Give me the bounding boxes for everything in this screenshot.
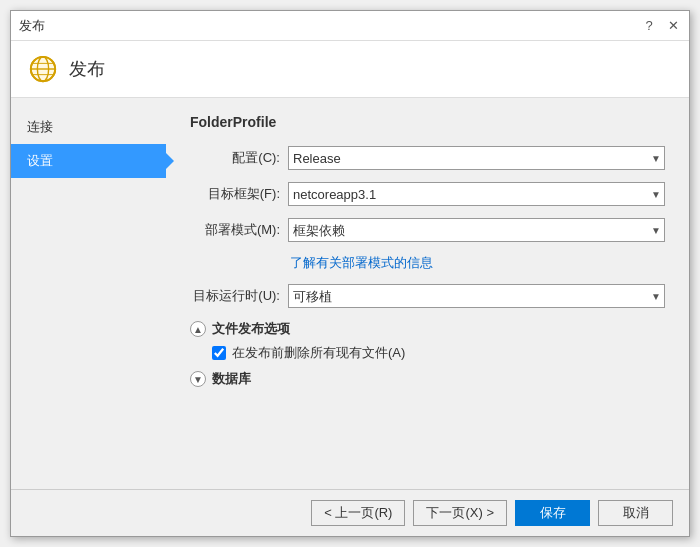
sidebar: 连接 设置 (11, 98, 166, 489)
database-header[interactable]: ▼ 数据库 (190, 370, 665, 388)
file-publish-section: ▲ 文件发布选项 在发布前删除所有现有文件(A) (190, 320, 665, 362)
header-title: 发布 (69, 57, 105, 81)
config-select[interactable]: ReleaseDebug (288, 146, 665, 170)
deploy-select[interactable]: 框架依赖独立 (288, 218, 665, 242)
framework-select[interactable]: netcoreapp3.1netcoreapp2.1 (288, 182, 665, 206)
database-collapse-icon: ▼ (190, 371, 206, 387)
section-title: FolderProfile (190, 114, 665, 130)
globe-icon (27, 53, 59, 85)
window-title: 发布 (19, 17, 45, 35)
runtime-select[interactable]: 可移植linux-x64win-x64 (288, 284, 665, 308)
header-section: 发布 (11, 41, 689, 98)
delete-files-label: 在发布前删除所有现有文件(A) (232, 344, 405, 362)
deploy-label: 部署模式(M): (190, 221, 280, 239)
deploy-row: 部署模式(M): 框架依赖独立 (190, 218, 665, 242)
title-bar-controls: ? ✕ (641, 18, 681, 34)
runtime-row: 目标运行时(U): 可移植linux-x64win-x64 (190, 284, 665, 308)
next-button[interactable]: 下一页(X) > (413, 500, 507, 526)
sidebar-settings-label: 设置 (27, 153, 53, 168)
runtime-select-wrapper: 可移植linux-x64win-x64 (288, 284, 665, 308)
content-area: 连接 设置 FolderProfile 配置(C): ReleaseDebug (11, 98, 689, 489)
help-button[interactable]: ? (641, 18, 657, 34)
main-window: 发布 ? ✕ 发布 (10, 10, 690, 537)
sidebar-item-connect[interactable]: 连接 (11, 110, 166, 144)
title-bar-left: 发布 (19, 17, 45, 35)
footer: < 上一页(R) 下一页(X) > 保存 取消 (11, 489, 689, 536)
save-button[interactable]: 保存 (515, 500, 590, 526)
file-publish-title: 文件发布选项 (212, 320, 290, 338)
file-publish-header[interactable]: ▲ 文件发布选项 (190, 320, 665, 338)
config-label: 配置(C): (190, 149, 280, 167)
sidebar-connect-label: 连接 (27, 119, 53, 134)
database-title: 数据库 (212, 370, 251, 388)
deploy-info-link[interactable]: 了解有关部署模式的信息 (290, 255, 433, 270)
database-section: ▼ 数据库 (190, 370, 665, 388)
framework-label: 目标框架(F): (190, 185, 280, 203)
main-content: FolderProfile 配置(C): ReleaseDebug 目标框架(F… (166, 98, 689, 489)
title-bar: 发布 ? ✕ (11, 11, 689, 41)
file-publish-collapse-icon: ▲ (190, 321, 206, 337)
delete-files-checkbox[interactable] (212, 346, 226, 360)
window-body: 发布 连接 设置 FolderProfile 配置(C): Re (11, 41, 689, 536)
delete-files-row: 在发布前删除所有现有文件(A) (212, 344, 665, 362)
sidebar-item-settings[interactable]: 设置 (11, 144, 166, 178)
deploy-select-wrapper: 框架依赖独立 (288, 218, 665, 242)
file-publish-content: 在发布前删除所有现有文件(A) (190, 344, 665, 362)
prev-button[interactable]: < 上一页(R) (311, 500, 405, 526)
cancel-button[interactable]: 取消 (598, 500, 673, 526)
framework-select-wrapper: netcoreapp3.1netcoreapp2.1 (288, 182, 665, 206)
framework-row: 目标框架(F): netcoreapp3.1netcoreapp2.1 (190, 182, 665, 206)
close-button[interactable]: ✕ (665, 18, 681, 34)
config-select-wrapper: ReleaseDebug (288, 146, 665, 170)
runtime-label: 目标运行时(U): (190, 287, 280, 305)
deploy-link-row: 了解有关部署模式的信息 (190, 254, 665, 272)
config-row: 配置(C): ReleaseDebug (190, 146, 665, 170)
